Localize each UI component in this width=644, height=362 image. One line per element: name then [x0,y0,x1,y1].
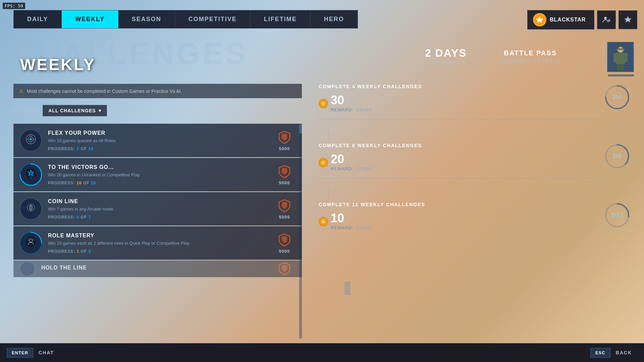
user-info-block[interactable]: BLACKSTAR [527,10,594,29]
svg-text:G: G [322,220,325,224]
milestone-4-divider [319,119,604,119]
milestone-11-progress-circle: 3/11 [604,202,631,229]
svg-text:G: G [322,102,325,106]
battle-pass-block: BATTLE PASS 437/10000 XP TO TIER 10 [484,46,577,67]
milestone-4-title: COMPLETE 4 WEEKLY CHALLENGES [319,84,604,89]
challenge-list: FLEX YOUR POWER Win 10 games queued as A… [13,124,302,277]
bottom-right: ESC BACK [590,348,637,358]
scroll-area-indicator [344,282,351,295]
challenge-xp-victors: 5000 [273,164,296,185]
milestone-11-title: COMPLETE 11 WEEKLY CHALLENGES [319,202,604,207]
milestone-8-reward-row: REWARD: COINS [331,166,372,171]
left-panel: ⚠ Most challenges cannot be completed in… [13,84,302,339]
challenge-icon-hold [19,260,36,277]
reward-label-8: REWARD: [331,166,354,171]
esc-key-button[interactable]: ESC [590,348,610,358]
dropdown-arrow-icon: ▾ [99,108,101,113]
challenge-hold-the-line[interactable]: HOLD THE LINE [13,260,302,277]
tab-competitive[interactable]: COMPETITIVE [175,10,251,28]
user-avatar [533,13,546,26]
warning-icon: ⚠ [19,88,23,94]
filters-dropdown[interactable]: ALL CHALLENGES ▾ [43,105,107,116]
tab-lifetime[interactable]: LIFETIME [251,10,311,28]
challenge-icon-symbol [25,133,37,148]
xp-shield-icon [277,130,292,145]
challenge-flex-your-power[interactable]: FLEX YOUR POWER Win 10 games queued as A… [13,124,302,157]
challenge-info-role: ROLE MASTERY Win 10 games each as 2 diff… [48,233,267,254]
stats-area: 2 DAYS TIME LEFT BATTLE PASS 437/10000 X… [408,44,577,69]
reward-label: REWARD: [331,107,354,112]
challenge-info-coin: COIN LINE Win 7 games in any Arcade mode… [48,198,267,220]
svg-rect-17 [621,48,623,50]
bottom-left: ENTER CHAT [7,348,59,358]
challenge-role-mastery[interactable]: ROLE MASTERY Win 10 games each as 2 diff… [13,226,302,260]
coin-icon-8: G [319,158,328,167]
tab-daily[interactable]: DAILY [14,10,62,28]
challenge-icon-role [19,231,43,255]
challenge-to-the-victors[interactable]: TO THE VICTORS GO... Win 20 games in Unr… [13,158,302,191]
xp-bar-fill [607,74,608,76]
svg-rect-16 [618,48,620,50]
xp-value-victors: 5000 [279,180,290,185]
back-label: BACK [610,350,637,355]
milestone-connector-2 [329,188,329,202]
milestone-4-progress-circle: 3/4 [604,84,631,111]
reward-type: COINS [356,107,372,112]
tab-hero[interactable]: HERO [311,10,358,28]
progress-current: 0 [76,146,79,151]
tab-weekly[interactable]: WEEKLY [62,10,118,28]
milestone-11-amount: 10 [331,211,372,225]
progress-total-victors: 20 [91,181,96,185]
content-layout: ⚠ Most challenges cannot be completed in… [13,84,631,339]
milestone-11-progress-text: 3/11 [610,212,624,219]
battle-pass-xp: 437/10000 XP TO TIER 10 [501,58,560,63]
coin-icon-11: G [319,217,328,226]
milestone-8-progress-text: 3/8 [612,153,622,160]
milestone-8-section: COMPLETE 8 WEEKLY CHALLENGES G 20 REWARD… [319,143,631,178]
xp-bar-container [607,74,634,76]
svg-point-2 [604,17,607,19]
milestone-connector-1 [329,129,329,143]
svg-rect-10 [613,53,617,62]
warning-bar: ⚠ Most challenges cannot be completed in… [13,84,302,98]
rank-button[interactable] [619,10,637,29]
svg-rect-12 [617,64,621,70]
challenge-icon-coin [19,197,43,221]
progress-total: 10 [88,146,93,151]
reward-label-11: REWARD: [331,225,354,230]
scrollbar-track[interactable] [299,124,302,339]
username: BLACKSTAR [550,17,586,23]
milestone-4-reward: G 30 REWARD: COINS [319,93,604,114]
challenge-info-flex: FLEX YOUR POWER Win 10 games queued as A… [48,130,267,151]
time-left-label: TIME LEFT [425,61,467,65]
filters-bar: FILTERS ALL CHALLENGES ▾ [13,102,302,120]
svg-rect-11 [624,53,628,62]
user-profile-area: BLACKSTAR [527,10,637,29]
challenge-progress: PROGRESS: 0 OF 10 [48,146,267,151]
milestone-8-reward: G 20 REWARD: COINS [319,152,604,173]
milestone-4-progress-text: 3/4 [612,94,622,101]
reward-type-11: COINS [356,225,372,230]
milestone-8-title: COMPLETE 8 WEEKLY CHALLENGES [319,143,604,148]
svg-marker-5 [624,16,632,22]
milestone-11-reward-row: REWARD: COINS [331,225,372,230]
friend-button[interactable] [597,10,616,29]
tab-season[interactable]: SEASON [118,10,175,28]
scrollbar-thumb[interactable] [299,124,302,134]
challenge-xp-role: 5000 [273,233,296,254]
right-panel: COMPLETE 4 WEEKLY CHALLENGES G 30 REWARD… [312,84,631,339]
bottom-bar: ENTER CHAT ESC BACK [0,343,644,362]
challenge-progress-coin: PROGRESS: 0 OF 7 [48,215,267,220]
milestone-4-amount: 30 [331,93,372,107]
challenge-coin-line[interactable]: COIN LINE Win 7 games in any Arcade mode… [13,192,302,226]
milestone-4-section: COMPLETE 4 WEEKLY CHALLENGES G 30 REWARD… [319,84,631,119]
time-left-block: 2 DAYS TIME LEFT [408,44,484,69]
enter-key-button[interactable]: ENTER [7,348,33,358]
milestone-8-progress-circle: 3/8 [604,143,631,170]
challenge-xp-coin: 5000 [273,198,296,220]
milestone-8-amount: 20 [331,152,372,166]
challenge-desc: Win 10 games queued as All Roles. [48,138,267,143]
challenge-xp-hold [273,261,296,276]
challenge-progress-role: PROGRESS: 1 OF 2 [48,249,267,254]
challenge-desc-role: Win 10 games each as 2 different roles i… [48,241,267,246]
